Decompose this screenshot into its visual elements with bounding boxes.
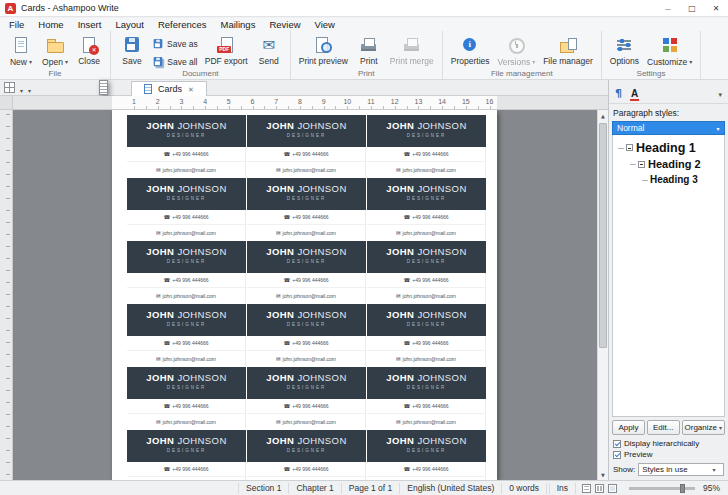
collapse-expander-icon[interactable] [638,161,645,168]
pdf-export-button[interactable]: PDF export [202,33,251,66]
menu-item-mailings[interactable]: Mailings [214,18,263,31]
columns-view-icon[interactable] [595,484,604,493]
panel-options-caret-icon[interactable] [718,83,722,101]
card-phone: +49 996 444666 [292,277,328,283]
style-item-heading-1[interactable]: Heading 1 [613,139,724,156]
card-contact: ☎+49 996 444666✉john.johnson@mail.com [367,273,486,303]
status-language[interactable]: English (United States) [400,483,502,494]
card-header: JOHN JOHNSONDESIGNER [247,304,366,336]
minimize-button[interactable] [656,0,680,16]
print-preview-icon [313,35,333,55]
chevron-down-icon[interactable] [18,79,23,97]
card-name: JOHN JOHNSON [247,373,366,383]
style-item-heading-3[interactable]: Heading 3 [613,172,724,187]
card-phone-line: ☎+49 996 444666 [247,273,365,288]
edit-button[interactable]: Edit... [647,420,680,435]
card-contact: ☎+49 996 444666✉john.johnson@mail.com [127,336,246,366]
options-button[interactable]: Options [607,33,642,66]
save-as-button[interactable]: Save as [150,36,200,51]
window-title: Cards - Ashampoo Write [21,3,119,13]
ribbon-group-file-management: PropertiesVersionsFile managerFile manag… [443,31,602,79]
card-first-name: JOHN [146,120,174,131]
organize-button[interactable]: Organize [682,420,725,435]
zoom-slider[interactable] [629,487,695,490]
status-chapter[interactable]: Chapter 1 [289,483,341,494]
card-email: john.johnson@mail.com [283,167,336,173]
status-word-count[interactable]: 0 words [502,483,547,494]
card-name: JOHN JOHNSON [127,310,246,320]
collapse-expander-icon[interactable] [626,144,633,151]
card-phone: +49 996 444666 [172,466,208,472]
tab-cards[interactable]: Cards [131,81,207,97]
card-last-name: JOHNSON [417,246,466,257]
send-button[interactable]: Send [253,33,285,66]
versions-button[interactable]: Versions [495,33,539,67]
close-button[interactable]: Close [73,33,105,66]
menu-item-review[interactable]: Review [262,18,307,31]
style-selector-dropdown[interactable]: Normal [612,121,725,135]
file-manager-button[interactable]: File manager [540,33,596,66]
card-name: JOHN JOHNSON [367,247,486,257]
ruler-number: 1 [132,98,136,105]
status-section[interactable]: Section 1 [238,483,289,494]
chevron-down-icon[interactable] [26,79,31,97]
ruler-number: 14 [438,98,446,105]
scrollbar-thumb[interactable] [599,123,607,348]
normal-view-icon[interactable] [582,484,591,493]
card-role: DESIGNER [127,385,246,391]
scroll-up-icon[interactable] [598,110,608,121]
fullpage-view-icon[interactable] [608,484,617,493]
print-merge-button[interactable]: Print merge [387,33,437,66]
document-view-icon[interactable] [99,80,108,95]
menu-item-layout[interactable]: Layout [108,18,151,31]
document-page[interactable]: JOHN JOHNSONDESIGNER☎+49 996 444666✉john… [112,110,497,480]
dropdown-caret-icon[interactable] [708,465,720,474]
status-page[interactable]: Page 1 of 1 [342,483,400,494]
zoom-level[interactable]: 95% [701,483,728,493]
print-button[interactable]: Print [353,33,385,66]
tab-close-icon[interactable] [188,84,194,94]
paragraph-styles-icon[interactable] [615,83,622,101]
card-last-name: JOHNSON [297,309,346,320]
show-select-value: Styles in use [642,465,687,474]
menu-item-file[interactable]: File [2,18,31,31]
card-header: JOHN JOHNSONDESIGNER [367,430,486,462]
menu-item-references[interactable]: References [151,18,214,31]
show-label: Show: [613,465,635,474]
customize-button[interactable]: Customize [644,33,695,67]
maximize-button[interactable] [680,0,704,16]
card-role: DESIGNER [127,196,246,202]
save-all-button[interactable]: Save all [150,54,200,69]
business-card: JOHN JOHNSONDESIGNER☎+49 996 444666✉john… [127,115,246,177]
display-hierarchically-checkbox[interactable] [613,440,621,448]
apply-button[interactable]: Apply [612,420,645,435]
document-tab-bar: Cards [0,80,608,96]
close-button[interactable] [704,0,728,16]
vertical-scrollbar[interactable] [597,110,608,480]
window-arrange-icon[interactable] [4,82,15,93]
business-card: JOHN JOHNSONDESIGNER☎+49 996 444666✉john… [127,178,246,240]
card-last-name: JOHNSON [417,309,466,320]
card-header: JOHN JOHNSONDESIGNER [127,115,246,147]
zoom-slider-thumb[interactable] [680,484,685,493]
status-insert-mode[interactable]: Ins [549,483,576,494]
new-button[interactable]: New [5,33,37,67]
save-button[interactable]: Save [116,33,148,66]
card-last-name: JOHNSON [297,246,346,257]
phone-icon: ☎ [283,277,290,283]
properties-button[interactable]: Properties [448,33,493,66]
ruler-number: 12 [391,98,399,105]
scroll-down-icon[interactable] [598,469,608,480]
menu-item-home[interactable]: Home [31,18,70,31]
card-first-name: JOHN [386,372,414,383]
preview-label: Preview [624,450,652,459]
open-button[interactable]: Open [39,33,71,67]
print-preview-button[interactable]: Print preview [296,33,351,66]
show-select[interactable]: Styles in use [638,463,724,476]
menu-item-view[interactable]: View [308,18,342,31]
menu-item-insert[interactable]: Insert [71,18,109,31]
preview-checkbox[interactable] [613,451,621,459]
character-styles-icon[interactable] [630,83,639,101]
style-item-heading-2[interactable]: Heading 2 [613,156,724,172]
dropdown-caret-icon[interactable] [712,123,724,133]
